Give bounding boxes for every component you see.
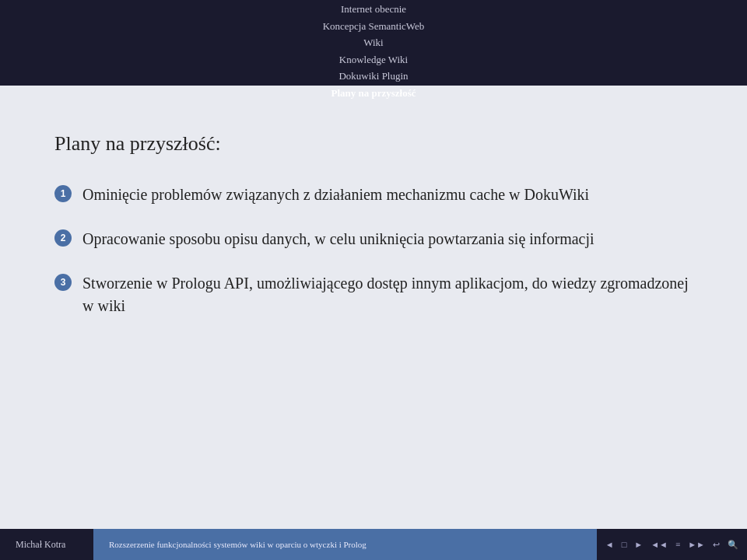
top-navigation: Wstęp Internet obecnie Koncepcja Semanti… (0, 0, 747, 86)
item-number-3: 3 (54, 274, 72, 291)
nav-item-plany[interactable]: Plany na przyszłość (331, 86, 416, 101)
nav-skip-left[interactable]: ◄◄ (648, 538, 670, 551)
author-label: Michał Kotra (0, 529, 93, 560)
nav-next-btn[interactable]: ► (632, 538, 645, 551)
nav-list-btn[interactable]: ≡ (673, 538, 682, 551)
item-text-3: Stworzenie w Prologu API, umożliwiająceg… (82, 272, 700, 317)
presentation-title: Rozszerzenie funkcjonalności systemów wi… (93, 529, 597, 560)
nav-item-knowledge[interactable]: Knowledge Wiki (339, 52, 408, 68)
items-list: 1 Ominięcie problemów związanych z dział… (54, 184, 700, 317)
nav-links: Wstęp Internet obecnie Koncepcja Semanti… (323, 0, 425, 100)
nav-item-internet[interactable]: Internet obecnie (341, 2, 406, 17)
list-item: 1 Ominięcie problemów związanych z dział… (54, 184, 700, 206)
nav-item-dokuwiki[interactable]: Dokuwiki Plugin (338, 68, 408, 84)
nav-home-btn[interactable]: ↩ (710, 538, 722, 551)
main-content: Plany na przyszłość: 1 Ominięcie problem… (0, 86, 747, 529)
list-item: 3 Stworzenie w Prologu API, umożliwiając… (54, 272, 700, 317)
nav-skip-right[interactable]: ►► (686, 538, 707, 551)
nav-prev-btn[interactable]: ◄ (603, 538, 616, 551)
nav-item-koncepcja[interactable]: Koncepcja SemanticWeb (323, 19, 425, 34)
nav-item-wiki[interactable]: Wiki (363, 35, 383, 51)
bottom-bar: Michał Kotra Rozszerzenie funkcjonalnośc… (0, 529, 747, 560)
item-text-2: Opracowanie sposobu opisu danych, w celu… (82, 228, 594, 250)
nav-frame-btn[interactable]: □ (619, 538, 630, 551)
item-number-1: 1 (54, 185, 72, 202)
list-item: 2 Opracowanie sposobu opisu danych, w ce… (54, 228, 700, 250)
nav-search-btn[interactable]: 🔍 (725, 538, 741, 551)
slide-title: Plany na przyszłość: (54, 132, 700, 156)
item-text-1: Ominięcie problemów związanych z działan… (82, 184, 589, 206)
navigation-controls[interactable]: ◄ □ ► ◄◄ ≡ ►► ↩ 🔍 (597, 529, 747, 560)
item-number-2: 2 (54, 229, 72, 247)
